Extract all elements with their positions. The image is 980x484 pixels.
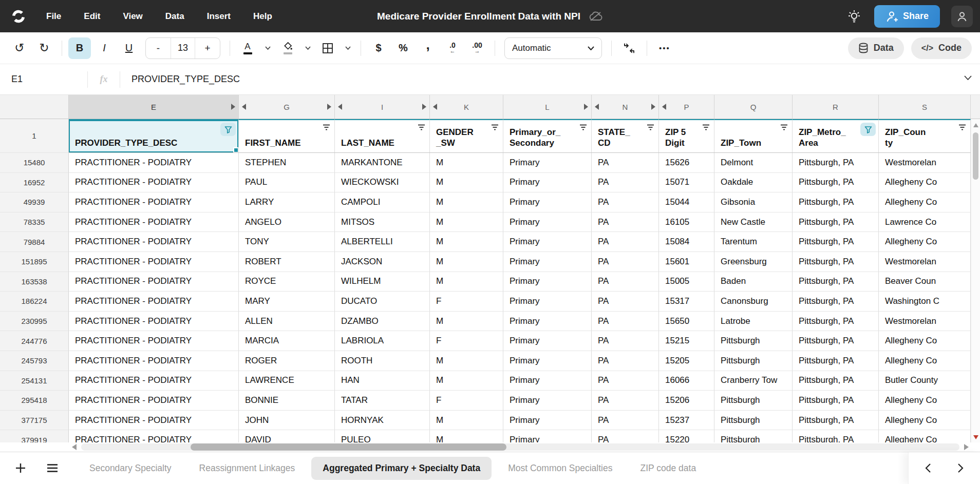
menu-item-help[interactable]: Help (242, 6, 284, 27)
cell-N-row8[interactable]: PA (592, 272, 659, 292)
row-number[interactable]: 1 (0, 119, 69, 153)
cell-N-row3[interactable]: PA (592, 173, 659, 193)
cell-N-row10[interactable]: PA (592, 312, 659, 332)
column-header-L[interactable]: L (503, 95, 592, 119)
cell-R-row12[interactable]: Pittsburgh, PA (793, 351, 879, 371)
menu-item-edit[interactable]: Edit (72, 6, 111, 27)
cell-S-row16[interactable]: Allegheny Co (879, 430, 971, 442)
cell-G-row4[interactable]: LARRY (239, 192, 335, 212)
cell-P-row10[interactable]: 15650 (659, 312, 714, 332)
column-header-S[interactable]: S (879, 95, 971, 119)
cell-E-row3[interactable]: PRACTITIONER - PODIATRY (69, 173, 239, 193)
cell-reference-box[interactable]: E1 (0, 74, 87, 85)
cell-Q-row7[interactable]: Greensburg (714, 252, 793, 272)
percent-format-button[interactable]: % (392, 37, 414, 59)
scroll-down-arrow-icon[interactable] (973, 435, 978, 439)
filter-icon[interactable] (646, 124, 655, 131)
row-number[interactable]: 78335 (0, 212, 69, 233)
column-header-P[interactable]: P (659, 95, 714, 119)
horizontal-scroll-thumb[interactable] (191, 443, 506, 451)
cell-I-row9[interactable]: DUCATO (335, 292, 430, 312)
cell-L-row6[interactable]: Primary (503, 232, 592, 252)
rows-logo-icon[interactable] (7, 5, 30, 28)
cell-I-row4[interactable]: CAMPOLI (335, 192, 430, 212)
borders-button[interactable] (316, 37, 339, 59)
underline-button[interactable]: U (118, 37, 140, 59)
cell-G-row16[interactable]: DAVID (239, 430, 335, 442)
menu-item-view[interactable]: View (111, 6, 154, 27)
filter-icon[interactable] (702, 124, 710, 131)
cell-Q-row8[interactable]: Baden (714, 272, 793, 292)
share-button[interactable]: Share (874, 5, 940, 28)
cell-K-row4[interactable]: M (430, 192, 503, 212)
scroll-left-arrow-icon[interactable] (72, 444, 77, 450)
cell-K-row2[interactable]: M (430, 153, 503, 173)
cell-E-row16[interactable]: PRACTITIONER - PODIATRY (69, 430, 239, 442)
comma-format-button[interactable]: , (417, 37, 439, 59)
cell-K-row3[interactable]: M (430, 173, 503, 193)
cell-P-row14[interactable]: 15206 (659, 391, 714, 411)
cell-Q-row3[interactable]: Oakdale (714, 173, 793, 193)
fill-color-dropdown[interactable] (301, 37, 314, 59)
header-cell-K1[interactable]: GENDER _SW (430, 119, 503, 152)
cell-S-row8[interactable]: Beaver Coun (879, 272, 971, 292)
cell-Q-row2[interactable]: Delmont (714, 153, 793, 173)
cell-R-row11[interactable]: Pittsburgh, PA (793, 331, 879, 351)
unhide-column-arrow-icon[interactable] (595, 104, 599, 110)
cell-E-row7[interactable]: PRACTITIONER - PODIATRY (69, 252, 239, 272)
cell-P-row2[interactable]: 15626 (659, 153, 714, 173)
sheet-list-menu-button[interactable] (41, 457, 64, 479)
cell-G-row6[interactable]: TONY (239, 232, 335, 252)
column-header-I[interactable]: I (335, 95, 430, 119)
cell-K-row14[interactable]: F (430, 391, 503, 411)
cell-N-row13[interactable]: PA (592, 371, 659, 391)
row-number[interactable]: 254131 (0, 371, 69, 391)
cell-L-row2[interactable]: Primary (503, 153, 592, 173)
cell-G-row15[interactable]: JOHN (239, 411, 335, 431)
cell-S-row3[interactable]: Allegheny Co (879, 173, 971, 193)
cell-R-row6[interactable]: Pittsburgh, PA (793, 232, 879, 252)
cell-E-row9[interactable]: PRACTITIONER - PODIATRY (69, 292, 239, 312)
cell-P-row5[interactable]: 16105 (659, 212, 714, 233)
cell-E-row2[interactable]: PRACTITIONER - PODIATRY (69, 153, 239, 173)
undo-button[interactable]: ↺ (8, 37, 31, 59)
cell-L-row5[interactable]: Primary (503, 212, 592, 233)
cell-E-row8[interactable]: PRACTITIONER - PODIATRY (69, 272, 239, 292)
unhide-column-arrow-icon[interactable] (651, 104, 655, 110)
cell-G-row9[interactable]: MARY (239, 292, 335, 312)
cell-E-row6[interactable]: PRACTITIONER - PODIATRY (69, 232, 239, 252)
cell-G-row8[interactable]: ROYCE (239, 272, 335, 292)
cell-Q-row15[interactable]: Pittsburgh (714, 411, 793, 431)
cell-S-row5[interactable]: Lawrence Co (879, 212, 971, 233)
cell-K-row13[interactable]: M (430, 371, 503, 391)
column-header-E[interactable]: E (69, 95, 239, 119)
cell-E-row13[interactable]: PRACTITIONER - PODIATRY (69, 371, 239, 391)
cell-L-row15[interactable]: Primary (503, 411, 592, 431)
cell-K-row8[interactable]: M (430, 272, 503, 292)
cell-R-row8[interactable]: Pittsburgh, PA (793, 272, 879, 292)
cell-I-row16[interactable]: PULEO (335, 430, 430, 442)
cell-E-row15[interactable]: PRACTITIONER - PODIATRY (69, 411, 239, 431)
sheet-tab-aggregated-primary-specialty-data[interactable]: Aggregated Primary + Specialty Data (311, 457, 492, 480)
cell-L-row13[interactable]: Primary (503, 371, 592, 391)
formula-bar-expand-button[interactable] (964, 75, 972, 80)
cell-N-row6[interactable]: PA (592, 232, 659, 252)
column-header-Q[interactable]: Q (714, 95, 793, 119)
redo-button[interactable]: ↻ (33, 37, 55, 59)
cell-N-row12[interactable]: PA (592, 351, 659, 371)
cell-I-row8[interactable]: WILHELM (335, 272, 430, 292)
header-cell-I1[interactable]: LAST_NAME (335, 119, 430, 152)
vertical-scrollbar[interactable] (971, 119, 980, 442)
menu-item-insert[interactable]: Insert (196, 6, 242, 27)
cell-R-row10[interactable]: Pittsburgh, PA (793, 312, 879, 332)
column-header-N[interactable]: N (592, 95, 659, 119)
sheet-tab-most-common-specialties[interactable]: Most Common Specialties (497, 457, 624, 480)
sheet-tab-secondary-specialty[interactable]: Secondary Specialty (78, 457, 183, 480)
filter-icon[interactable] (958, 124, 967, 131)
cell-L-row16[interactable]: Primary (503, 430, 592, 442)
decrease-decimals-button[interactable]: .0 ← (441, 37, 464, 59)
cell-P-row8[interactable]: 15005 (659, 272, 714, 292)
cell-S-row10[interactable]: Westmorelan (879, 312, 971, 332)
cell-N-row15[interactable]: PA (592, 411, 659, 431)
cell-Q-row14[interactable]: Pittsburgh (714, 391, 793, 411)
